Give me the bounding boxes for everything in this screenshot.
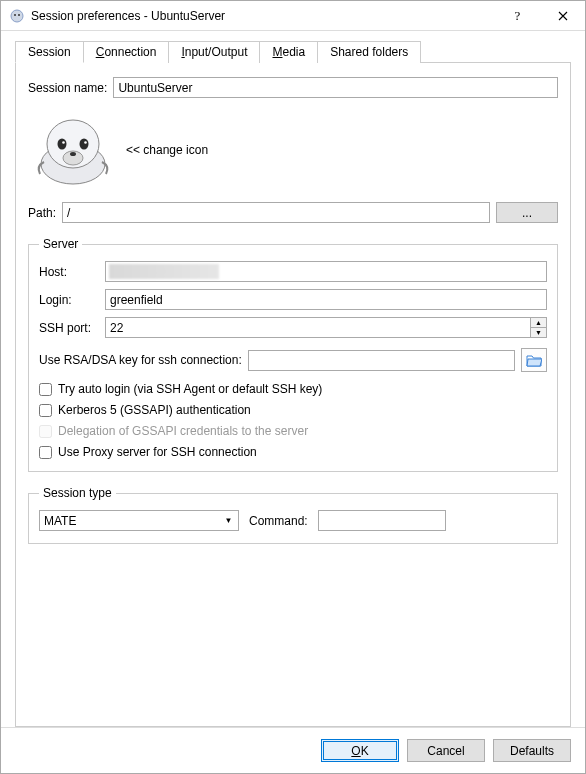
window-title: Session preferences - UbuntuServer xyxy=(31,9,495,23)
rsa-browse-button[interactable] xyxy=(521,348,547,372)
login-label: Login: xyxy=(39,293,101,307)
chk-delegation-box xyxy=(39,425,52,438)
svg-point-2 xyxy=(18,14,20,16)
svg-point-5 xyxy=(58,139,67,150)
chk-kerberos-box[interactable] xyxy=(39,404,52,417)
sshport-input[interactable] xyxy=(105,317,530,338)
command-label: Command: xyxy=(249,514,308,528)
chk-proxy[interactable]: Use Proxy server for SSH connection xyxy=(39,445,547,459)
session-type-combo[interactable]: MATE ▼ xyxy=(39,510,239,531)
host-label: Host: xyxy=(39,265,101,279)
sshport-spinner: ▲ ▼ xyxy=(105,317,547,338)
close-icon xyxy=(558,11,568,21)
icon-row: << change icon xyxy=(28,108,558,192)
server-legend: Server xyxy=(39,237,82,251)
close-button[interactable] xyxy=(540,1,585,30)
session-name-label: Session name: xyxy=(28,81,107,95)
path-browse-button[interactable]: ... xyxy=(496,202,558,223)
change-icon-link[interactable]: << change icon xyxy=(126,143,208,157)
svg-point-6 xyxy=(80,139,89,150)
chk-autologin-box[interactable] xyxy=(39,383,52,396)
tab-shared-folders[interactable]: Shared folders xyxy=(317,41,421,63)
chk-kerberos[interactable]: Kerberos 5 (GSSAPI) authentication xyxy=(39,403,547,417)
path-input[interactable] xyxy=(62,202,490,223)
tab-bar: Session Connection Input/Output Media Sh… xyxy=(15,41,571,63)
folder-open-icon xyxy=(526,353,542,367)
svg-point-0 xyxy=(11,10,23,22)
rsa-key-input[interactable] xyxy=(248,350,515,371)
defaults-button[interactable]: Defaults xyxy=(493,739,571,762)
login-input[interactable] xyxy=(105,289,547,310)
session-name-row: Session name: xyxy=(28,77,558,98)
chk-proxy-box[interactable] xyxy=(39,446,52,459)
session-name-input[interactable] xyxy=(113,77,558,98)
rsa-label: Use RSA/DSA key for ssh connection: xyxy=(39,353,242,367)
sshport-up[interactable]: ▲ xyxy=(531,318,546,328)
dialog-window: Session preferences - UbuntuServer ? Ses… xyxy=(0,0,586,774)
rsa-row: Use RSA/DSA key for ssh connection: xyxy=(39,348,547,372)
help-button[interactable]: ? xyxy=(495,1,540,30)
server-checks: Try auto login (via SSH Agent or default… xyxy=(39,382,547,459)
path-row: Path: ... xyxy=(28,202,558,223)
chk-delegation: Delegation of GSSAPI credentials to the … xyxy=(39,424,547,438)
svg-point-8 xyxy=(84,141,87,144)
svg-point-1 xyxy=(14,14,16,16)
session-icon[interactable] xyxy=(34,114,112,186)
svg-point-7 xyxy=(62,141,65,144)
server-fieldset: Server Host: Login: SSH port: ▲ ▼ xyxy=(28,237,558,472)
svg-point-10 xyxy=(70,152,76,156)
titlebar: Session preferences - UbuntuServer ? xyxy=(1,1,585,31)
command-input xyxy=(318,510,446,531)
tab-panel-session: Session name: xyxy=(15,63,571,727)
tab-io[interactable]: Input/Output xyxy=(168,41,260,63)
host-redacted xyxy=(109,264,219,279)
sshport-label: SSH port: xyxy=(39,321,101,335)
chevron-down-icon: ▼ xyxy=(221,512,236,529)
session-type-legend: Session type xyxy=(39,486,116,500)
ok-button[interactable]: OK xyxy=(321,739,399,762)
tab-connection[interactable]: Connection xyxy=(83,41,170,63)
path-label: Path: xyxy=(28,206,56,220)
cancel-button[interactable]: Cancel xyxy=(407,739,485,762)
tab-session[interactable]: Session xyxy=(15,41,84,63)
content-area: Session Connection Input/Output Media Sh… xyxy=(1,31,585,727)
session-type-fieldset: Session type MATE ▼ Command: xyxy=(28,486,558,544)
chk-autologin[interactable]: Try auto login (via SSH Agent or default… xyxy=(39,382,547,396)
tab-media[interactable]: Media xyxy=(259,41,318,63)
button-bar: OK Cancel Defaults xyxy=(1,727,585,773)
app-icon xyxy=(9,8,25,24)
sshport-down[interactable]: ▼ xyxy=(531,328,546,337)
server-grid: Host: Login: SSH port: ▲ ▼ xyxy=(39,261,547,338)
